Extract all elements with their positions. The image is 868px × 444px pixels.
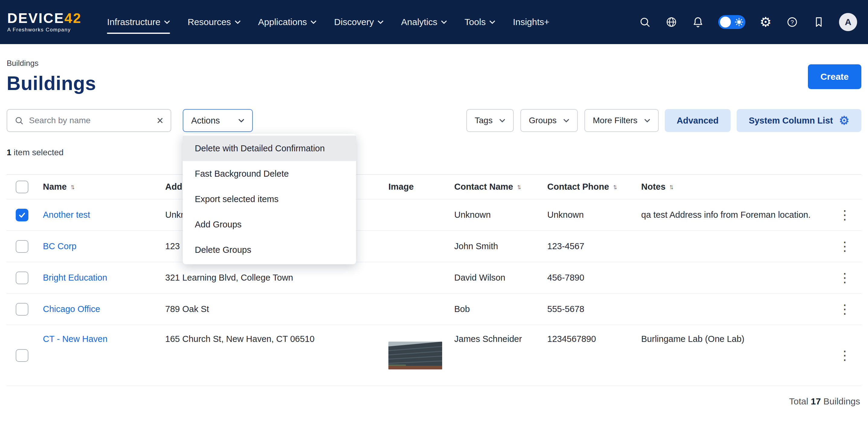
nav-label: Discovery — [334, 17, 374, 27]
menu-item-add-groups[interactable]: Add Groups — [183, 212, 356, 237]
device42-logo[interactable]: DEVICE42 A Freshworks Company — [7, 11, 82, 33]
chevron-down-icon — [235, 20, 241, 24]
chevron-down-icon — [441, 20, 447, 24]
row-checkbox[interactable] — [16, 272, 28, 284]
actions-menu: Delete with Detailed Confirmation Fast B… — [183, 134, 356, 264]
brand-tagline: A Freshworks Company — [7, 27, 82, 33]
nav-item-insights[interactable]: Insights+ — [513, 17, 549, 27]
groups-filter[interactable]: Groups — [520, 109, 578, 132]
contact-name-cell: Unknown — [454, 210, 547, 220]
toggle-knob — [720, 17, 731, 28]
contact-name-cell: David Wilson — [454, 273, 547, 283]
nav-item-analytics[interactable]: Analytics — [401, 17, 447, 27]
page-title: Buildings — [7, 72, 96, 95]
table-row: CT - New Haven 165 Church St, New Haven,… — [7, 325, 861, 386]
sort-icon: ↑↓ — [613, 183, 618, 191]
contact-name-cell: James Schneider — [454, 325, 547, 344]
row-menu-kebab-icon[interactable]: ⋮ — [838, 271, 851, 285]
column-header-name[interactable]: Name↑↓ — [43, 182, 165, 192]
gear-icon: ⚙ — [839, 115, 849, 126]
select-all-checkbox[interactable] — [16, 181, 28, 193]
chevron-down-icon — [644, 119, 650, 122]
chevron-down-icon — [499, 119, 505, 122]
row-checkbox[interactable] — [16, 240, 28, 253]
building-name-link[interactable]: BC Corp — [43, 241, 76, 251]
row-checkbox[interactable] — [16, 303, 28, 316]
notes-cell: Burlingame Lab (One Lab) — [641, 325, 826, 344]
settings-gear-icon[interactable]: ⚙ — [759, 16, 772, 28]
chevron-down-icon — [489, 20, 495, 24]
column-header-contact-phone[interactable]: Contact Phone↑↓ — [547, 182, 641, 192]
menu-item-delete-detailed[interactable]: Delete with Detailed Confirmation — [183, 136, 356, 161]
create-button[interactable]: Create — [808, 64, 861, 89]
nav-item-resources[interactable]: Resources — [188, 17, 240, 27]
building-photo[interactable] — [389, 342, 442, 370]
tags-filter[interactable]: Tags — [466, 109, 514, 132]
selection-status: 1 item selected — [7, 148, 861, 157]
sort-icon: ↑↓ — [70, 183, 75, 191]
actions-label: Actions — [191, 116, 220, 126]
notes-cell: qa test Address info from Foreman locati… — [641, 210, 826, 220]
building-name-link[interactable]: Chicago Office — [43, 304, 100, 314]
chevron-down-icon — [563, 119, 569, 122]
breadcrumb[interactable]: Buildings — [7, 59, 96, 68]
clear-search-icon[interactable]: × — [157, 115, 163, 126]
row-menu-kebab-icon[interactable]: ⋮ — [838, 302, 851, 316]
row-menu-kebab-icon[interactable]: ⋮ — [838, 239, 851, 253]
menu-item-delete-groups[interactable]: Delete Groups — [183, 237, 356, 262]
building-name-link[interactable]: CT - New Haven — [43, 334, 107, 344]
gear-glyph: ⚙ — [760, 15, 771, 29]
bookmark-icon[interactable] — [812, 16, 825, 28]
nav-item-discovery[interactable]: Discovery — [334, 17, 383, 27]
actions-dropdown-wrap: Actions Delete with Detailed Confirmatio… — [183, 109, 253, 132]
nav-item-applications[interactable]: Applications — [258, 17, 317, 27]
more-filters[interactable]: More Filters — [584, 109, 659, 132]
table-row: Chicago Office 789 Oak St Bob 555-5678 ⋮ — [7, 293, 861, 325]
notifications-bell-icon[interactable] — [692, 16, 704, 28]
brand-accent: 42 — [64, 10, 82, 26]
sort-icon: ↑↓ — [517, 183, 522, 191]
search-input[interactable] — [29, 116, 151, 125]
total-count: Total 17 Buildings — [7, 396, 861, 407]
contact-phone-cell: 456-7890 — [547, 273, 641, 283]
column-header-image: Image — [389, 182, 454, 192]
user-avatar[interactable]: A — [839, 13, 857, 31]
check-icon — [18, 211, 26, 219]
address-cell: 165 Church St, New Haven, CT 06510 — [165, 325, 389, 344]
system-column-list-button[interactable]: System Column List ⚙ — [737, 109, 861, 132]
contact-name-cell: Bob — [454, 304, 547, 314]
row-checkbox[interactable] — [16, 349, 28, 362]
building-name-link[interactable]: Another test — [43, 210, 90, 220]
toolbar: × Actions Delete with Detailed Confirmat… — [7, 109, 861, 132]
table-row: BC Corp 123 Main St John Smith 123-4567 … — [7, 231, 861, 262]
menu-item-export[interactable]: Export selected items — [183, 186, 356, 212]
address-cell: 789 Oak St — [165, 304, 389, 314]
theme-toggle[interactable] — [718, 15, 745, 29]
nav-item-tools[interactable]: Tools — [465, 17, 495, 27]
advanced-button[interactable]: Advanced — [665, 109, 731, 132]
help-icon[interactable]: ? — [786, 16, 799, 28]
building-name-link[interactable]: Bright Education — [43, 273, 107, 282]
nav-label: Resources — [188, 17, 231, 27]
menu-item-fast-delete[interactable]: Fast Background Delete — [183, 161, 356, 186]
total-number: 17 — [811, 396, 821, 406]
actions-dropdown[interactable]: Actions — [183, 109, 253, 132]
brand-name: DEVICE42 — [7, 11, 82, 25]
search-icon[interactable] — [639, 16, 651, 28]
row-menu-kebab-icon[interactable]: ⋮ — [838, 348, 851, 362]
nav-label: Applications — [258, 17, 307, 27]
column-header-contact-name[interactable]: Contact Name↑↓ — [454, 182, 547, 192]
chevron-down-icon — [310, 20, 316, 24]
nav-label: Insights+ — [513, 17, 549, 27]
nav-item-infrastructure[interactable]: Infrastructure — [107, 17, 170, 27]
column-header-notes[interactable]: Notes↑↓ — [641, 182, 826, 192]
nav-label: Analytics — [401, 17, 437, 27]
advanced-label: Advanced — [677, 116, 719, 126]
address-cell: 321 Learning Blvd, College Town — [165, 273, 389, 283]
selection-label: item selected — [11, 148, 64, 157]
search-icon — [14, 116, 24, 125]
row-checkbox[interactable] — [16, 209, 28, 221]
row-menu-kebab-icon[interactable]: ⋮ — [838, 208, 851, 222]
globe-icon[interactable] — [665, 16, 678, 28]
more-filters-label: More Filters — [593, 116, 638, 125]
